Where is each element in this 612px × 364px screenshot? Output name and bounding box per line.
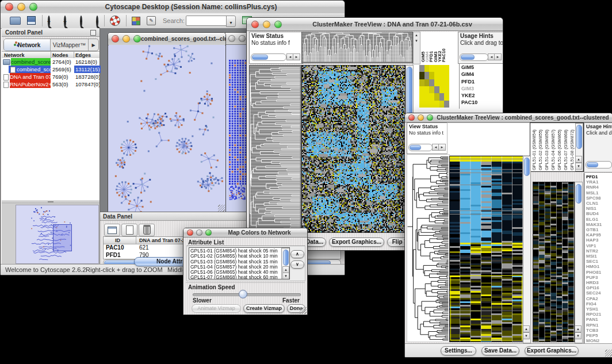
gene-label[interactable]: YRA1 — [586, 179, 612, 185]
gene-label[interactable]: VIP1 — [586, 243, 612, 248]
network-row-combined-scores[interactable]: combined_scores 2764(0) 16218(0) — [2, 58, 100, 66]
column-label[interactable]: GPL51-01 (GSM854) — [531, 124, 538, 170]
save-session-button[interactable] — [27, 16, 36, 25]
vizmapper-button[interactable] — [132, 17, 140, 25]
gene-label[interactable]: PAN1 — [586, 317, 612, 322]
birdseye-selection-rect[interactable] — [53, 224, 72, 251]
gene-label[interactable]: GTB1 — [586, 227, 612, 232]
usage-hints-hscrollbar[interactable] — [586, 161, 612, 168]
datapanel-delete-button[interactable] — [139, 224, 155, 236]
minimize-icon[interactable] — [17, 3, 25, 11]
gene-label[interactable]: SEC24 — [586, 290, 612, 296]
scrollbar-thumb[interactable] — [587, 162, 598, 167]
close-icon[interactable] — [251, 21, 259, 28]
scroll-right-icon[interactable]: ► — [494, 53, 502, 60]
zoom-heatmap-vscrollbar[interactable]: ▲ ▼ — [575, 182, 583, 343]
dense-network-canvas[interactable] — [228, 59, 247, 200]
gene-label[interactable]: NIS1 — [586, 206, 612, 211]
gene-label[interactable]: RPN1 — [586, 323, 612, 328]
treeview2-heatmap-canvas[interactable] — [449, 156, 523, 342]
minimize-icon[interactable] — [239, 35, 246, 42]
close-icon[interactable] — [5, 3, 13, 11]
close-icon[interactable] — [408, 114, 415, 121]
scroll-down-icon[interactable]: ▼ — [415, 39, 418, 43]
scroll-down-icon[interactable]: ▼ — [575, 163, 582, 170]
datapanel-table-button[interactable] — [104, 224, 120, 236]
gene-label[interactable]: TCB3 — [586, 328, 612, 333]
scroll-right-icon[interactable]: ► — [293, 53, 300, 60]
datapanel-newdoc-button[interactable] — [121, 224, 137, 236]
zoom-window-icon[interactable] — [427, 114, 433, 121]
minimize-icon[interactable] — [418, 114, 424, 121]
gene-label[interactable]: RPO21 — [586, 312, 612, 317]
treeview1-titlebar[interactable]: ClusterMaker TreeView : DNA and Tran 07-… — [247, 18, 503, 31]
column-label[interactable]: GPL51-03 (GSM856) — [544, 124, 550, 170]
scrollbar-thumb[interactable] — [524, 158, 530, 176]
animate-vizmap-button[interactable]: Animate Vizmap — [192, 304, 241, 313]
treeview2-titlebar[interactable]: ClusterMaker TreeView : combined_scores_… — [405, 113, 612, 122]
scroll-up-icon[interactable]: ▲ — [415, 33, 418, 37]
tab-vizmapper[interactable]: VizMapper™ — [51, 39, 89, 51]
column-label[interactable]: PAC10 — [441, 32, 445, 62]
treeview1-heatmap-canvas[interactable] — [301, 65, 406, 233]
gene-label[interactable]: FIG4 — [586, 301, 612, 306]
move-up-button[interactable]: ∧ — [290, 250, 304, 258]
scroll-up-icon[interactable]: ▲ — [575, 156, 582, 163]
main-titlebar[interactable]: Cytoscape Desktop (Session Name: collins… — [1, 1, 345, 14]
network-row-dna-tran[interactable]: DNA and Tran 07 769(0) 183728(0) — [2, 73, 100, 81]
scrollbar-thumb[interactable] — [410, 145, 421, 150]
gene-label[interactable]: BUD4 — [586, 211, 612, 216]
gene-label[interactable]: CLN1 — [586, 201, 612, 206]
attribute-item[interactable]: GPL51-07 (GSM868) heat shock 60 min — [190, 275, 281, 279]
gene-label[interactable]: KAP95 — [586, 232, 612, 237]
search-dropdown-button[interactable]: ▼ — [226, 16, 236, 27]
gene-label[interactable]: GIM3 — [461, 85, 490, 92]
export-graphics-button[interactable]: Export Graphics... — [329, 237, 384, 247]
gene-label[interactable]: CPA2 — [586, 296, 612, 301]
minimize-icon[interactable] — [196, 229, 202, 236]
gene-label[interactable]: PHO81 — [586, 270, 612, 275]
resize-grip[interactable] — [218, 205, 225, 212]
scroll-down-icon[interactable]: ▼ — [575, 332, 582, 339]
search-input[interactable] — [186, 16, 227, 26]
tab-overflow-button[interactable]: ▶ — [89, 39, 98, 51]
column-label[interactable]: GPL51-07 (GSM868) — [563, 124, 569, 170]
gene-label[interactable]: PEP5 — [586, 333, 612, 338]
gene-label[interactable]: ELG1 — [586, 217, 612, 222]
open-file-button[interactable] — [10, 17, 21, 25]
zoom-out-button[interactable]: − — [48, 16, 50, 28]
column-label[interactable]: PFD1 — [429, 32, 433, 62]
annotation-button[interactable]: ✎ — [147, 16, 156, 25]
scroll-right-icon[interactable]: ► — [438, 144, 446, 151]
gene-label[interactable]: SEC1 — [586, 259, 612, 264]
usage-hints-hscrollbar[interactable] — [460, 53, 488, 61]
minimize-icon[interactable] — [123, 35, 130, 43]
treeview2-vscrollbar[interactable]: ▲ ▼ — [523, 156, 531, 343]
gene-label[interactable]: NTR2 — [586, 248, 612, 254]
scrollbar-thumb[interactable] — [461, 55, 475, 60]
help-button[interactable] — [110, 16, 120, 26]
resize-grip[interactable] — [300, 307, 307, 314]
gene-label[interactable]: GIM5 — [461, 64, 490, 71]
column-dendrogram-canvas[interactable] — [301, 32, 413, 63]
create-vizmap-button[interactable]: Create Vizmap — [243, 304, 285, 313]
zoom-window-icon[interactable] — [205, 229, 212, 236]
zoom-fit-button[interactable]: ▫ — [96, 16, 98, 28]
gene-label[interactable]: GPI16 — [586, 285, 612, 290]
minimize-icon[interactable] — [263, 21, 270, 28]
scroll-down-icon[interactable]: ▼ — [523, 332, 530, 339]
scrollbar-thumb[interactable] — [252, 55, 268, 60]
gene-label[interactable]: PFD1 — [586, 174, 612, 179]
network-row-rnapuber[interactable]: RNAPuberNov2+ 563(0) 107847(0) — [2, 81, 100, 88]
column-label[interactable]: GIM3 — [433, 32, 437, 62]
gene-label[interactable]: MSL1 — [586, 190, 612, 196]
column-label[interactable]: YKE2 — [437, 32, 441, 62]
zoom-selected-button[interactable]: ∙ — [80, 16, 82, 28]
column-header-edges[interactable]: Edges — [75, 52, 91, 58]
summary-heatmap[interactable] — [419, 65, 449, 108]
dialog-titlebar[interactable]: Map Colors to Network — [183, 228, 307, 237]
gene-label[interactable]: HRD3 — [586, 280, 612, 285]
close-icon[interactable] — [112, 35, 119, 43]
gene-label[interactable]: RNR4 — [586, 185, 612, 190]
gene-label[interactable]: GIM4 — [461, 71, 490, 78]
